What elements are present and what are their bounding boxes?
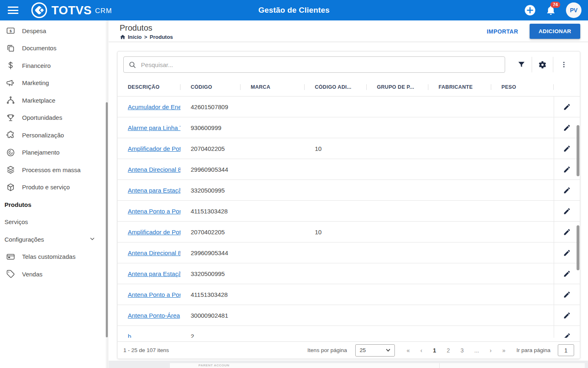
sidebar-item-planejamento[interactable]: Planejamento bbox=[0, 144, 108, 162]
cell-descricao: b bbox=[118, 333, 180, 338]
product-link[interactable]: Amplificador de Pot bbox=[128, 145, 180, 152]
breadcrumb-home-link[interactable]: Início bbox=[120, 34, 142, 40]
notification-badge: 74 bbox=[550, 2, 560, 8]
more-options-button[interactable] bbox=[553, 61, 574, 68]
sidebar-item-configuracoes[interactable]: Configurações bbox=[0, 231, 108, 248]
cell-codigo: 2070402205 bbox=[180, 145, 241, 152]
plus-circle-icon bbox=[524, 4, 536, 16]
edit-row-button[interactable] bbox=[563, 124, 571, 132]
add-button[interactable]: ADICIONAR bbox=[530, 24, 580, 39]
edit-row-button[interactable] bbox=[563, 207, 571, 215]
edit-row-button[interactable] bbox=[563, 166, 571, 173]
table-row: Antena Direcional 829960905344 bbox=[118, 242, 580, 263]
page-number-2[interactable]: 2 bbox=[441, 347, 455, 354]
sidebar: $ Despesa Documentos Financeiro Marketin… bbox=[0, 20, 108, 368]
edit-row-button[interactable] bbox=[563, 103, 571, 111]
pagination-bar: 1 - 25 de 107 itens Itens por página 25 … bbox=[118, 341, 580, 359]
hamburger-menu-icon[interactable] bbox=[8, 7, 18, 14]
breadcrumb-separator: > bbox=[144, 34, 147, 40]
sidebar-scrollbar-thumb[interactable] bbox=[106, 102, 108, 337]
product-link[interactable]: Antena Direcional 8 bbox=[128, 249, 180, 256]
cell-descricao: Amplificador de Pot bbox=[118, 229, 180, 236]
notifications-button[interactable]: 74 bbox=[546, 5, 556, 16]
cell-codigo: 2 bbox=[180, 333, 241, 338]
product-link[interactable]: b bbox=[128, 333, 131, 338]
sidebar-item-produtos[interactable]: Produtos bbox=[0, 196, 108, 213]
column-header-peso[interactable]: PESO bbox=[491, 84, 554, 90]
edit-row-button[interactable] bbox=[563, 186, 571, 194]
edit-row-button[interactable] bbox=[563, 270, 571, 278]
edit-row-button[interactable] bbox=[563, 249, 571, 257]
search-icon bbox=[129, 61, 136, 69]
product-link[interactable]: Antena Direcional 8 bbox=[128, 166, 180, 173]
sidebar-item-telas-customizadas[interactable]: Telas customizadas bbox=[0, 248, 108, 266]
cell-codigo: 41151303428 bbox=[180, 208, 241, 215]
items-per-page-select[interactable]: 25 bbox=[355, 344, 395, 357]
product-link[interactable]: Antena para Estaçã bbox=[128, 270, 180, 277]
sidebar-item-servicos[interactable]: Serviços bbox=[0, 213, 108, 231]
sidebar-item-produto-e-servico[interactable]: Produto e serviço bbox=[0, 179, 108, 196]
sidebar-item-despesa[interactable]: $ Despesa bbox=[0, 22, 108, 40]
pencil-icon bbox=[563, 124, 571, 132]
edit-row-button[interactable] bbox=[563, 312, 571, 319]
filter-button[interactable] bbox=[511, 61, 532, 69]
cell-descricao: Antena Direcional 8 bbox=[118, 166, 180, 173]
goto-page-input[interactable] bbox=[558, 344, 574, 356]
column-header-grupo[interactable]: GRUPO DE P... bbox=[367, 84, 428, 90]
first-page-button[interactable]: « bbox=[401, 347, 415, 354]
column-header-marca[interactable]: MARCA bbox=[241, 84, 305, 90]
edit-row-button[interactable] bbox=[563, 291, 571, 298]
page-number-1[interactable]: 1 bbox=[428, 347, 441, 354]
product-link[interactable]: Alarme para Linha T bbox=[128, 124, 180, 131]
sidebar-item-marketing[interactable]: Marketing bbox=[0, 74, 108, 92]
sidebar-item-processos-em-massa[interactable]: Processos em massa bbox=[0, 161, 108, 179]
sidebar-item-oportunidades[interactable]: Oportunidades bbox=[0, 109, 108, 127]
import-button[interactable]: IMPORTAR bbox=[487, 28, 518, 35]
product-link[interactable]: Amplificador de Pot bbox=[128, 229, 180, 236]
user-avatar[interactable]: PV bbox=[566, 2, 581, 18]
next-page-button[interactable]: › bbox=[484, 347, 497, 354]
table-row: Acumulador de Ene42601507809 bbox=[118, 96, 580, 117]
svg-text:$: $ bbox=[9, 29, 11, 33]
edit-row-button[interactable] bbox=[563, 228, 571, 236]
settings-button[interactable] bbox=[532, 61, 553, 69]
expense-icon: $ bbox=[6, 26, 15, 35]
product-link[interactable]: Antena para Estaçã bbox=[128, 187, 180, 194]
cell-descricao: Alarme para Linha T bbox=[118, 124, 180, 131]
product-link[interactable]: Acumulador de Ene bbox=[128, 103, 180, 110]
cell-codigo-adicional: 10 bbox=[305, 229, 367, 236]
sidebar-item-vendas[interactable]: Vendas bbox=[0, 265, 108, 283]
product-link[interactable]: Antena Ponto a Por bbox=[128, 291, 180, 298]
search-input[interactable] bbox=[141, 61, 500, 68]
cell-codigo: 3320500995 bbox=[180, 270, 241, 277]
main-content: Produtos Início > Produtos IMPORTAR ADIC… bbox=[109, 20, 588, 368]
column-header-fabricante[interactable]: FABRICANTE bbox=[428, 84, 491, 90]
prev-page-button[interactable]: ‹ bbox=[415, 347, 428, 354]
pencil-icon bbox=[563, 145, 571, 153]
sidebar-item-financeiro[interactable]: Financeiro bbox=[0, 57, 108, 74]
table-scrollbar-thumb[interactable] bbox=[577, 125, 579, 176]
cell-descricao: Antena Ponto a Por bbox=[118, 291, 180, 298]
edit-row-button[interactable] bbox=[563, 332, 571, 338]
sidebar-item-personalizacao[interactable]: Personalização bbox=[0, 126, 108, 144]
column-header-codigo-adicional[interactable]: CÓDIGO ADI... bbox=[305, 84, 367, 90]
last-page-button[interactable]: » bbox=[497, 347, 511, 354]
table-scrollbar-thumb-2[interactable] bbox=[577, 225, 579, 270]
edit-row-button[interactable] bbox=[563, 145, 571, 153]
sidebar-item-documentos[interactable]: Documentos bbox=[0, 40, 108, 57]
product-link[interactable]: Antena Ponto-Área bbox=[128, 312, 180, 319]
cell-descricao: Antena para Estaçã bbox=[118, 187, 180, 194]
column-header-descricao[interactable]: DESCRIÇÃO bbox=[118, 84, 180, 90]
page-ellipsis[interactable]: ... bbox=[469, 347, 485, 354]
pencil-icon bbox=[563, 103, 571, 111]
pencil-icon bbox=[563, 166, 571, 173]
brand-logo: TOTVS CRM bbox=[31, 2, 112, 19]
add-quick-button[interactable] bbox=[524, 4, 536, 16]
brand-suffix: CRM bbox=[95, 7, 112, 15]
page-number-3[interactable]: 3 bbox=[455, 347, 469, 354]
sidebar-item-marketplace[interactable]: Marketplace bbox=[0, 92, 108, 109]
table-header: DESCRIÇÃO CÓDIGO MARCA CÓDIGO ADI... GRU… bbox=[118, 78, 580, 96]
product-link[interactable]: Antena Ponto a Por bbox=[128, 208, 180, 215]
column-header-codigo[interactable]: CÓDIGO bbox=[180, 84, 241, 90]
table-row: Alarme para Linha T930600999 bbox=[118, 117, 580, 138]
